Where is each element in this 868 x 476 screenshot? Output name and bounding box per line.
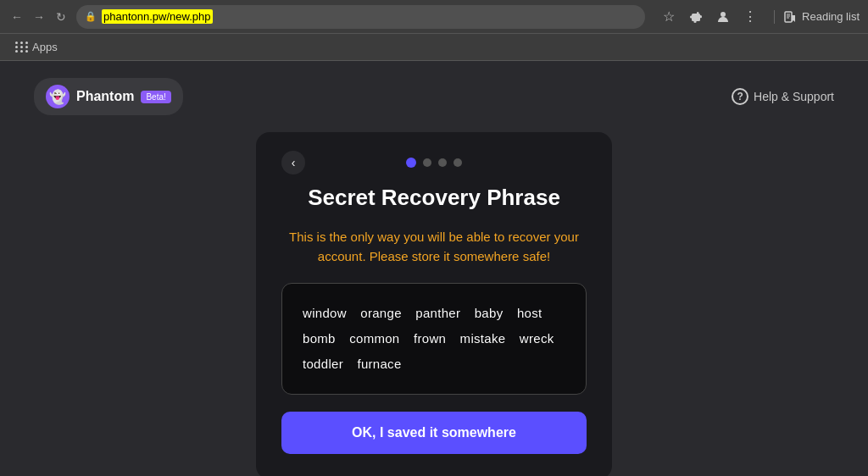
apps-grid-icon bbox=[15, 42, 29, 53]
help-support-label: Help & Support bbox=[754, 90, 834, 103]
reading-list-area[interactable]: Reading list bbox=[774, 10, 860, 24]
browser-titlebar: ← → ↻ 🔒 phantonn.pw/new.php ☆ bbox=[0, 0, 868, 34]
extensions-icon[interactable] bbox=[686, 7, 706, 27]
dot-4 bbox=[453, 158, 462, 167]
svg-point-0 bbox=[721, 12, 726, 17]
browser-frame: ← → ↻ 🔒 phantonn.pw/new.php ☆ bbox=[0, 0, 868, 476]
apps-label: Apps bbox=[32, 41, 58, 53]
dot-3 bbox=[438, 158, 447, 167]
address-bar-container[interactable]: 🔒 phantonn.pw/new.php bbox=[76, 5, 645, 29]
logo-area: 👻 Phantom Beta! bbox=[34, 78, 183, 115]
dot-2 bbox=[423, 158, 431, 167]
lock-icon: 🔒 bbox=[85, 11, 97, 22]
logo-text: Phantom bbox=[76, 89, 134, 104]
card-title: Secret Recovery Phrase bbox=[308, 185, 560, 211]
refresh-button[interactable]: ↻ bbox=[53, 8, 70, 25]
back-button[interactable]: ← bbox=[8, 8, 25, 25]
address-highlight: phantonn.pw/new.php bbox=[102, 9, 213, 24]
back-card-button[interactable]: ‹ bbox=[281, 151, 305, 174]
address-display: phantonn.pw/new.php bbox=[102, 10, 213, 23]
help-support[interactable]: ? Help & Support bbox=[732, 88, 834, 105]
help-question-icon: ? bbox=[732, 88, 748, 105]
nav-buttons: ← → ↻ bbox=[8, 8, 70, 25]
card-nav: ‹ bbox=[281, 158, 587, 168]
bookmarks-bar: Apps bbox=[0, 34, 868, 61]
card-subtitle: This is the only way you will be able to… bbox=[281, 228, 587, 266]
browser-toolbar-icons: ☆ ⋮ Readi bbox=[659, 7, 860, 27]
profile-icon[interactable] bbox=[713, 7, 733, 27]
phrase-box: window orange panther baby host bomb com… bbox=[281, 283, 587, 395]
bookmark-icon[interactable]: ☆ bbox=[659, 7, 679, 27]
top-bar: 👻 Phantom Beta! ? Help & Support bbox=[0, 61, 868, 132]
main-card: ‹ Secret Recovery Phrase This is the onl… bbox=[256, 132, 612, 476]
phrase-text: window orange panther baby host bomb com… bbox=[303, 301, 565, 377]
beta-badge: Beta! bbox=[141, 91, 170, 103]
dots-indicator bbox=[406, 158, 462, 168]
apps-item[interactable]: Apps bbox=[10, 39, 63, 55]
phantom-ghost-icon: 👻 bbox=[46, 85, 70, 108]
reading-list-label: Reading list bbox=[802, 10, 860, 23]
forward-button[interactable]: → bbox=[31, 8, 47, 25]
dot-1 bbox=[406, 158, 416, 168]
menu-icon[interactable]: ⋮ bbox=[740, 7, 760, 27]
svg-rect-1 bbox=[785, 12, 792, 22]
ok-saved-button[interactable]: OK, I saved it somewhere bbox=[281, 412, 587, 454]
page-content: 👻 Phantom Beta! ? Help & Support ‹ Se bbox=[0, 61, 868, 476]
